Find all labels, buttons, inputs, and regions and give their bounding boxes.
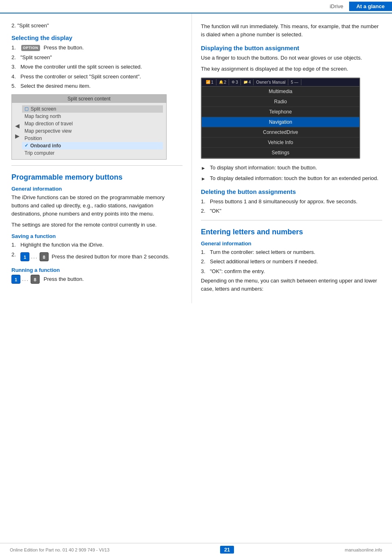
top-item: 2. "Split screen"	[11, 22, 183, 29]
button-row: 1 ... 8 Press the desired button for mor…	[20, 252, 183, 261]
idrive-menu-radio: Radio	[202, 97, 359, 107]
header-ataglance-label: At a glance	[349, 2, 392, 11]
idrive-menu-telephone: Telephone	[202, 107, 359, 117]
list-item: ► To display short information: touch th…	[201, 164, 382, 172]
arrow-item-2: To display detailed information: touch t…	[210, 174, 379, 182]
menu-item-map-north: Map facing north	[22, 113, 163, 120]
button-8-icon: 8	[40, 252, 49, 261]
split-screen-menu-box: Split screen content ◀ ▶ ▢Split screen M…	[11, 94, 167, 160]
button-1-small-icon: 1	[11, 275, 20, 284]
list-item: ► To display detailed information: touch…	[201, 174, 382, 182]
deleting-heading: Deleting the button assignments	[201, 188, 382, 195]
check-mark-icon: ✓	[24, 143, 28, 148]
general-info-para2: The settings are stored for the remote c…	[11, 221, 183, 229]
arrow-icon: ►	[201, 165, 208, 172]
idrive-menu-multimedia: Multimedia	[202, 87, 359, 97]
general-info2-steps: 1. Turn the controller: select letters o…	[201, 248, 382, 276]
idrive-menu-navigation: Navigation	[202, 117, 359, 127]
idrive-tab-1: 📶 1	[203, 79, 216, 85]
page-footer: Online Edition for Part no. 01 40 2 909 …	[0, 543, 392, 556]
idrive-menu-connecteddrive: ConnectedDrive	[202, 127, 359, 138]
arrow-icon: ►	[201, 175, 208, 182]
general-info2-heading: General information	[201, 240, 382, 247]
list-item: 1. Turn the controller: select letters o…	[201, 248, 382, 256]
tab-icon-4: 📁	[243, 80, 248, 84]
idrive-menu-items: Multimedia Radio Telephone Navigation Co…	[202, 87, 359, 158]
list-item: 2. "Split screen"	[11, 53, 183, 62]
deleting-steps: 1. Press buttons 1 and 8 simultaneously …	[201, 198, 382, 215]
entering-letters-heading: Entering letters and numbers	[201, 228, 382, 236]
footer-site: manualsonline.info	[345, 547, 382, 552]
button-1-icon: 1	[20, 252, 29, 261]
idrive-tab-4: 📁 4	[241, 79, 254, 85]
list-item: 5. Select the desired menu item.	[11, 82, 183, 90]
running-function-step: 1 ... 8 Press the button.	[11, 275, 183, 284]
idrive-menu-vehicle-info: Vehicle Info	[202, 138, 359, 148]
idrive-tabs: 📶 1 🔔 2 ⚙ 3 📁 4 Owner's Manual	[202, 78, 359, 87]
tab-icon-3: ⚙	[232, 80, 235, 84]
list-item: 3. Move the controller until the split s…	[11, 63, 183, 71]
menu-item-onboard-info: ✓Onboard info	[22, 142, 163, 149]
checkbox-icon: ▢	[24, 106, 29, 111]
menu-item-trip-computer: Trip computer	[22, 149, 163, 157]
general-info2-para: Depending on the menu, you can switch be…	[201, 277, 382, 293]
selecting-display-heading: Selecting the display	[11, 34, 183, 41]
saving-steps: 1. Highlight the function via the iDrive…	[11, 241, 183, 263]
idrive-screen: 📶 1 🔔 2 ⚙ 3 📁 4 Owner's Manual	[201, 78, 360, 159]
list-item: 2. "OK"	[201, 207, 382, 215]
idrive-tab-owners-manual: Owner's Manual	[254, 79, 288, 85]
nav-arrow-right: ▶	[15, 133, 20, 140]
tab-icon-1: 📶	[206, 80, 210, 84]
option-button-icon: OPTION	[21, 45, 40, 51]
split-screen-menu: ◀ ▶ ▢Split screen Map facing north Map d…	[12, 103, 166, 159]
saving-function-heading: Saving a function	[11, 233, 183, 239]
idrive-tab-5: 5 —	[288, 79, 301, 85]
selecting-display-steps: 1. OPTION Press the button. 2. "Split sc…	[11, 44, 183, 90]
list-item: 4. Press the controller or select "Split…	[11, 73, 183, 81]
footer-copyright: Online Edition for Part no. 01 40 2 909 …	[10, 547, 109, 552]
general-info-para1: The iDrive functions can be stored on th…	[11, 193, 183, 218]
list-item: 1. OPTION Press the button.	[11, 44, 183, 52]
list-item: 1. Highlight the function via the iDrive…	[11, 241, 183, 249]
idrive-tab-3: ⚙ 3	[229, 79, 241, 85]
idrive-menu-settings: Settings	[202, 148, 359, 158]
arrow-item-1: To display short information: touch the …	[210, 164, 317, 172]
split-screen-nav: ◀ ▶	[15, 105, 20, 157]
menu-item-map-direction: Map direction of travel	[22, 120, 163, 127]
list-item: 3. "OK": confirm the entry.	[201, 267, 382, 276]
list-item: 1. Press buttons 1 and 8 simultaneously …	[201, 198, 382, 206]
list-item: 2. Select additional letters or numbers …	[201, 258, 382, 266]
menu-item-position: Position	[22, 135, 163, 142]
divider-right	[201, 220, 382, 220]
main-content: 2. "Split screen" Selecting the display …	[0, 13, 392, 303]
nav-arrow-left: ◀	[15, 122, 20, 129]
ellipsis2: ...	[22, 276, 29, 282]
programmable-memory-heading: Programmable memory buttons	[11, 173, 183, 182]
running-function-heading: Running a function	[11, 267, 183, 273]
top-item-text: "Split screen"	[17, 22, 49, 29]
left-column: 2. "Split screen" Selecting the display …	[0, 13, 192, 303]
general-info-heading: General information	[11, 186, 183, 192]
intro-para1: The function will run immediately. This …	[201, 22, 382, 39]
header-idrive-label: iDrive	[324, 2, 349, 11]
split-screen-menu-items: ▢Split screen Map facing north Map direc…	[22, 105, 163, 157]
tab-icon-2: 🔔	[219, 80, 223, 84]
split-screen-title: Split screen content	[12, 95, 166, 103]
displaying-arrow-list: ► To display short information: touch th…	[201, 164, 382, 182]
right-column: The function will run immediately. This …	[192, 13, 392, 303]
menu-item-split-screen: ▢Split screen	[22, 105, 163, 113]
footer-page-num: 21	[220, 546, 234, 554]
button-8-small-icon: 8	[31, 275, 40, 284]
displaying-heading: Displaying the button assignment	[201, 44, 382, 51]
divider	[11, 165, 183, 166]
displaying-para1: Use a finger to touch the buttons. Do no…	[201, 54, 382, 62]
page-header: iDrive At a glance	[0, 0, 392, 13]
list-item: 2. 1 ... 8 Press the desired button for …	[11, 251, 183, 263]
ellipsis: ...	[31, 253, 38, 261]
menu-item-map-perspective: Map perspective view	[22, 127, 163, 135]
idrive-tab-2: 🔔 2	[216, 79, 229, 85]
displaying-para2: The key assignment is displayed at the t…	[201, 65, 382, 73]
